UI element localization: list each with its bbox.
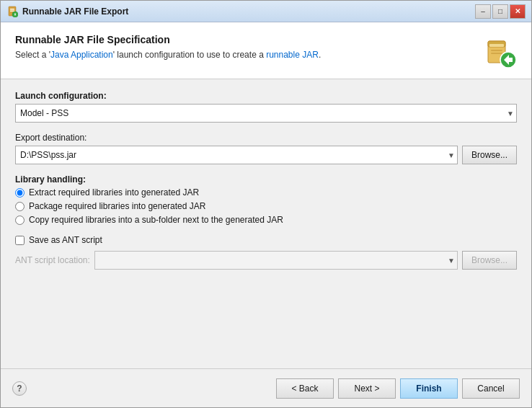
export-dest-select-wrapper: D:\PSS\pss.jar ▼ bbox=[15, 146, 458, 164]
ant-location-select[interactable] bbox=[94, 251, 458, 270]
desc-text-3: . bbox=[319, 50, 321, 60]
svg-rect-2 bbox=[10, 10, 14, 12]
save-ant-row[interactable]: Save as ANT script bbox=[15, 235, 517, 245]
window: Runnable JAR File Export – □ ✕ Runnable … bbox=[0, 0, 532, 408]
header-description: Select a 'Java Application' launch confi… bbox=[15, 50, 321, 60]
footer-buttons: < Back Next > Finish Cancel bbox=[276, 378, 520, 399]
form-section: Launch configuration: Model - PSS ▼ Expo… bbox=[1, 79, 531, 368]
desc-text-2: ' launch configuration to use to create … bbox=[113, 50, 266, 60]
radio-extract-input[interactable] bbox=[15, 188, 25, 198]
maximize-button[interactable]: □ bbox=[492, 4, 508, 19]
window-icon bbox=[6, 6, 18, 17]
cancel-button[interactable]: Cancel bbox=[462, 378, 520, 399]
launch-config-label: Launch configuration: bbox=[15, 91, 517, 101]
jar-export-icon bbox=[482, 34, 517, 68]
export-dest-row: D:\PSS\pss.jar ▼ Browse... bbox=[15, 146, 517, 164]
page-title: Runnable JAR File Specification bbox=[15, 34, 321, 45]
ant-location-select-wrapper: ▼ bbox=[94, 251, 458, 270]
radio-group: Extract required libraries into generate… bbox=[15, 187, 517, 225]
title-bar: Runnable JAR File Export – □ ✕ bbox=[1, 1, 531, 22]
radio-extract[interactable]: Extract required libraries into generate… bbox=[15, 187, 517, 198]
radio-copy[interactable]: Copy required libraries into a sub-folde… bbox=[15, 215, 517, 225]
export-dest-browse-button[interactable]: Browse... bbox=[462, 146, 517, 164]
radio-package-input[interactable] bbox=[15, 202, 25, 211]
export-dest-group: Export destination: D:\PSS\pss.jar ▼ Bro… bbox=[15, 133, 517, 164]
ant-script-group: Save as ANT script ANT script location: … bbox=[15, 235, 517, 270]
radio-package-label: Package required libraries into generate… bbox=[29, 201, 205, 211]
library-handling-label: Library handling: bbox=[15, 174, 517, 185]
radio-package[interactable]: Package required libraries into generate… bbox=[15, 201, 517, 211]
export-dest-label: Export destination: bbox=[15, 133, 517, 143]
footer-help: ? bbox=[12, 381, 276, 396]
library-handling-group: Library handling: Extract required libra… bbox=[15, 174, 517, 225]
ant-browse-button[interactable]: Browse... bbox=[462, 251, 517, 270]
launch-config-select[interactable]: Model - PSS bbox=[15, 104, 517, 123]
desc-text-1: Select a ' bbox=[15, 50, 50, 60]
header-section: Runnable JAR File Specification Select a… bbox=[1, 22, 531, 79]
title-bar-buttons: – □ ✕ bbox=[475, 4, 526, 19]
minimize-button[interactable]: – bbox=[475, 4, 491, 19]
svg-rect-5 bbox=[14, 14, 15, 16]
back-button[interactable]: < Back bbox=[276, 378, 334, 399]
svg-rect-8 bbox=[489, 44, 504, 47]
help-icon[interactable]: ? bbox=[12, 381, 27, 396]
radio-copy-input[interactable] bbox=[15, 216, 25, 225]
footer: ? < Back Next > Finish Cancel bbox=[1, 368, 531, 407]
launch-config-group: Launch configuration: Model - PSS ▼ bbox=[15, 91, 517, 123]
export-dest-select[interactable]: D:\PSS\pss.jar bbox=[15, 146, 458, 164]
window-title: Runnable JAR File Export bbox=[22, 6, 475, 17]
desc-link-2: runnable JAR bbox=[266, 50, 319, 60]
ant-location-row: ANT script location: ▼ Browse... bbox=[15, 251, 517, 270]
finish-button[interactable]: Finish bbox=[400, 378, 458, 399]
radio-copy-label: Copy required libraries into a sub-folde… bbox=[29, 215, 283, 225]
next-button[interactable]: Next > bbox=[338, 378, 396, 399]
header-text: Runnable JAR File Specification Select a… bbox=[15, 34, 321, 60]
close-button[interactable]: ✕ bbox=[510, 4, 526, 19]
radio-extract-label: Extract required libraries into generate… bbox=[29, 187, 199, 198]
launch-config-select-wrapper: Model - PSS ▼ bbox=[15, 104, 517, 123]
svg-rect-9 bbox=[491, 50, 502, 51]
save-ant-label: Save as ANT script bbox=[29, 235, 102, 245]
desc-link-1: Java Application bbox=[50, 50, 113, 60]
svg-rect-10 bbox=[491, 53, 502, 54]
save-ant-checkbox[interactable] bbox=[15, 236, 25, 245]
svg-rect-1 bbox=[10, 9, 14, 10]
ant-location-label: ANT script location: bbox=[15, 255, 90, 265]
